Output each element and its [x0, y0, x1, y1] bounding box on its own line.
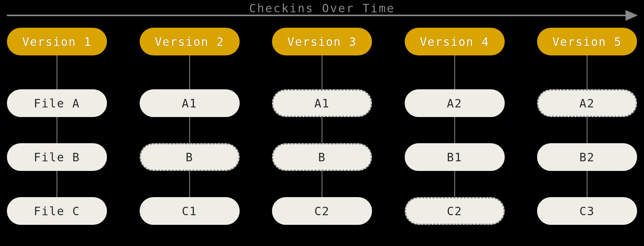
column-connector-line — [189, 42, 190, 211]
column-connector-line — [587, 42, 587, 211]
version-column: Version 4A2B1C2 — [405, 28, 505, 246]
file-pill: A2 — [537, 89, 637, 117]
time-arrow-line — [7, 15, 627, 16]
version-column: Version 2A1BC1 — [140, 28, 240, 246]
columns-container: Version 1File AFile BFile CVersion 2A1BC… — [7, 28, 637, 246]
file-pill: B1 — [405, 143, 505, 171]
diagram-canvas: Checkins Over Time Version 1File AFile B… — [0, 0, 644, 246]
version-pill: Version 3 — [272, 28, 372, 55]
file-pill: A2 — [405, 89, 505, 117]
file-pill: B2 — [537, 143, 637, 171]
file-pill: A1 — [272, 89, 372, 117]
column-connector-line — [322, 42, 322, 211]
version-pill: Version 2 — [140, 28, 240, 55]
file-pill: File A — [7, 89, 107, 117]
version-column: Version 1File AFile BFile C — [7, 28, 107, 246]
file-pill: File C — [7, 197, 107, 225]
file-pill: B — [272, 143, 372, 171]
file-pill: C2 — [272, 197, 372, 225]
file-pill: File B — [7, 143, 107, 171]
file-pill: A1 — [140, 89, 240, 117]
file-pill: C2 — [405, 197, 505, 225]
version-pill: Version 5 — [537, 28, 637, 55]
version-pill: Version 4 — [405, 28, 505, 55]
version-pill: Version 1 — [7, 28, 107, 55]
file-pill: B — [140, 143, 240, 171]
column-connector-line — [454, 42, 455, 211]
column-connector-line — [57, 42, 57, 211]
file-pill: C3 — [537, 197, 637, 225]
version-column: Version 3A1BC2 — [272, 28, 372, 246]
version-column: Version 5A2B2C3 — [537, 28, 637, 246]
diagram-title: Checkins Over Time — [0, 2, 644, 15]
file-pill: C1 — [140, 197, 240, 225]
time-arrow-head-icon — [626, 10, 638, 21]
